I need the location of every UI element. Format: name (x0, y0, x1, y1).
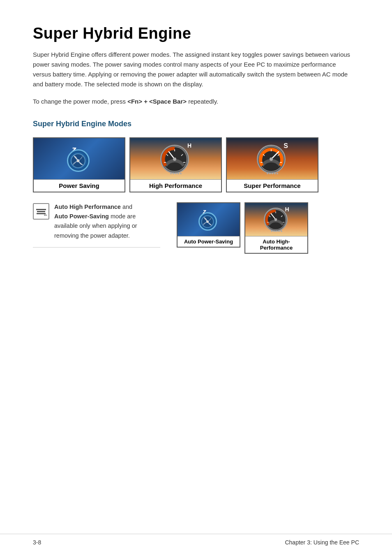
auto-gauge-circle (264, 208, 288, 232)
note-section: ✏ Auto High Performance and Auto Power-S… (33, 202, 359, 254)
auto-hp-gauge: H (262, 205, 291, 234)
auto-power-saving-image: z (178, 203, 240, 236)
high-performance-gauge: H (158, 141, 193, 176)
super-gauge-dots (255, 173, 290, 174)
note-icon-text: ✏ Auto High Performance and Auto Power-S… (33, 202, 160, 241)
gauge-svg (161, 146, 188, 172)
dot4 (178, 173, 179, 174)
high-performance-label: High Performance (130, 179, 221, 192)
auto-high-performance-label: Auto High-Performance (245, 236, 307, 253)
svg-point-12 (270, 157, 273, 161)
super-gauge-svg (258, 146, 284, 172)
sdot4 (274, 173, 276, 174)
footer-page-number: 3-8 (33, 539, 196, 546)
page-title: Super Hybrid Engine (33, 25, 359, 42)
auto-gauge-dots (262, 230, 291, 232)
adot1 (271, 230, 272, 232)
svg-point-22 (274, 218, 277, 221)
note-icon: ✏ (33, 203, 49, 220)
high-performance-image: H (130, 138, 221, 179)
sdot2 (269, 173, 271, 174)
auto-fan-circle (198, 212, 217, 231)
fn-keys: <Fn> + <Space Bar> (127, 98, 187, 105)
adot3 (276, 230, 277, 232)
dot1 (170, 173, 172, 174)
power-saving-label: Power Saving (34, 179, 125, 192)
sdot3 (272, 173, 273, 174)
super-performance-gauge: S (255, 141, 290, 176)
note-left: ✏ Auto High Performance and Auto Power-S… (33, 202, 160, 248)
super-gauge-circle (257, 145, 286, 174)
note-line1 (36, 209, 46, 210)
svg-point-4 (173, 157, 176, 161)
modes-row: z Power Saving (33, 137, 359, 192)
auto-modes-cards: z Auto Power-S (177, 202, 308, 254)
fan-circle (67, 149, 90, 172)
note-text: Auto High Performance and Auto Power-Sav… (54, 202, 160, 241)
adot4 (278, 230, 280, 232)
auto-power-saving-bold: Auto Power-Saving (54, 213, 109, 220)
high-performance-card: H (129, 137, 222, 192)
fn-text-suffix: repeatedly. (187, 98, 218, 105)
page-content: Super Hybrid Engine Super Hybrid Engine … (0, 0, 392, 287)
gauge-circle (160, 145, 189, 174)
h-letter: H (187, 142, 191, 149)
power-saving-image: z (34, 138, 125, 179)
s-letter: S (284, 142, 288, 150)
section-title: Super Hybrid Engine Modes (33, 120, 359, 128)
fan-svg (70, 153, 86, 169)
power-saving-icon: z (63, 142, 96, 175)
auto-power-saving-label: Auto Power-Saving (178, 236, 240, 247)
auto-h-letter: H (285, 206, 289, 213)
dot5 (180, 173, 182, 174)
dot3 (175, 173, 177, 174)
note-and: and (121, 204, 132, 210)
sdot1 (267, 173, 268, 174)
dot2 (173, 173, 174, 174)
power-saving-card: z Power Saving (33, 137, 125, 192)
sdot5 (277, 173, 278, 174)
fn-text-prefix: To change the power mode, press (33, 98, 127, 105)
pencil-icon: ✏ (44, 213, 47, 218)
super-performance-label: Super Performance (227, 179, 318, 192)
svg-point-1 (77, 160, 79, 162)
adot5 (281, 230, 282, 232)
note-line2 (37, 211, 45, 212)
footer-chapter: Chapter 3: Using the Eee PC (196, 539, 359, 546)
auto-gauge-svg (265, 209, 286, 230)
auto-power-saving-icon: z (196, 207, 221, 232)
svg-point-19 (206, 220, 208, 222)
fn-instruction: To change the power mode, press <Fn> + <… (33, 97, 359, 107)
auto-power-saving-card: z Auto Power-S (177, 202, 240, 248)
auto-high-performance-card: H (244, 202, 308, 254)
gauge-dots (158, 173, 193, 174)
adot2 (273, 230, 275, 232)
super-performance-card: S (226, 137, 318, 192)
page-footer: 3-8 Chapter 3: Using the Eee PC (0, 534, 392, 546)
intro-paragraph: Super Hybrid Engine offers different pow… (33, 50, 353, 89)
auto-high-performance-bold: Auto High Performance (54, 204, 121, 210)
auto-fan-svg (201, 215, 214, 228)
auto-high-performance-image: H (245, 203, 307, 236)
super-performance-image: S (227, 138, 318, 179)
